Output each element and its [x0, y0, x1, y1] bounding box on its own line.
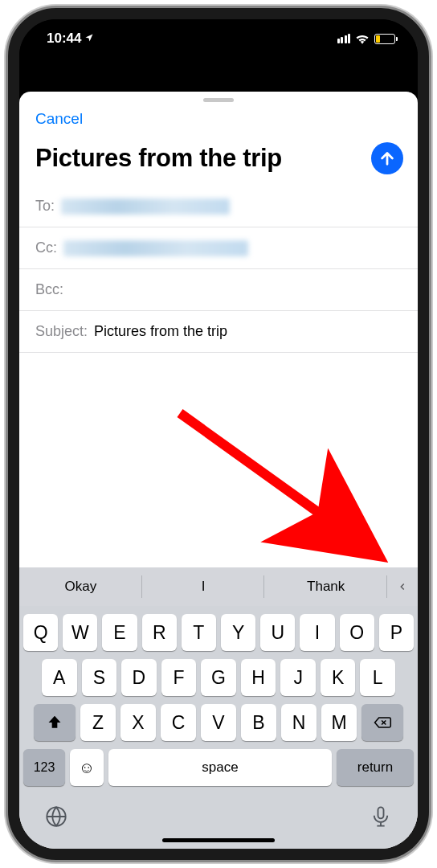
key-o[interactable]: O — [340, 614, 374, 651]
globe-icon — [45, 805, 67, 828]
key-t[interactable]: T — [182, 614, 216, 651]
compose-sheet: Cancel Pictures from the trip To: Cc: Bc… — [19, 92, 418, 849]
key-w[interactable]: W — [63, 614, 97, 651]
prediction-2[interactable]: I — [142, 567, 265, 606]
battery-icon — [374, 34, 395, 44]
cc-field[interactable]: Cc: — [19, 227, 418, 269]
key-e[interactable]: E — [102, 614, 137, 651]
cc-label: Cc: — [35, 240, 57, 256]
dictation-button[interactable] — [370, 805, 392, 830]
svg-rect-1 — [378, 807, 384, 818]
to-field[interactable]: To: — [19, 186, 418, 227]
home-indicator[interactable] — [162, 838, 275, 842]
key-h[interactable]: H — [241, 659, 276, 696]
emoji-icon: ☺ — [79, 759, 95, 776]
key-z[interactable]: Z — [80, 704, 116, 741]
key-g[interactable]: G — [201, 659, 236, 696]
key-b[interactable]: B — [241, 704, 276, 741]
nav-bar: Cancel — [19, 102, 418, 134]
prediction-3[interactable]: Thank — [264, 567, 387, 606]
key-f[interactable]: F — [161, 659, 197, 696]
globe-button[interactable] — [45, 805, 67, 830]
key-p[interactable]: P — [379, 614, 414, 651]
key-y[interactable]: Y — [221, 614, 255, 651]
keyboard-row-4: 123 ☺ space return — [19, 741, 418, 791]
keyboard-row-1: QWERTYUIOP — [19, 606, 418, 651]
cancel-button[interactable]: Cancel — [35, 110, 83, 128]
backspace-key[interactable] — [361, 704, 403, 741]
shift-icon — [47, 714, 63, 731]
key-u[interactable]: U — [260, 614, 295, 651]
subject-value: Pictures from the trip — [94, 323, 227, 340]
status-time: 10:44 — [47, 31, 81, 47]
prediction-1[interactable]: Okay — [19, 567, 142, 606]
predictive-bar: Okay I Thank — [19, 567, 418, 606]
arrow-up-icon — [378, 149, 396, 167]
body-input[interactable] — [19, 353, 418, 514]
keyboard-row-2: ASDFGHJKL — [19, 651, 418, 696]
keyboard-footer — [19, 791, 418, 833]
microphone-icon — [370, 805, 392, 828]
bcc-field[interactable]: Bcc: — [19, 269, 418, 311]
prediction-expand-button[interactable] — [387, 567, 418, 606]
key-c[interactable]: C — [161, 704, 196, 741]
cc-value-redacted — [63, 240, 248, 256]
signal-icon — [337, 34, 351, 43]
key-d[interactable]: D — [121, 659, 157, 696]
key-x[interactable]: X — [120, 704, 156, 741]
compose-header: Pictures from the trip — [19, 134, 418, 186]
numeric-key[interactable]: 123 — [23, 749, 65, 786]
to-label: To: — [35, 198, 55, 215]
key-q[interactable]: Q — [23, 614, 58, 651]
shift-key[interactable] — [34, 704, 76, 741]
location-icon — [84, 33, 94, 45]
key-l[interactable]: L — [360, 659, 395, 696]
key-n[interactable]: N — [281, 704, 317, 741]
emoji-key[interactable]: ☺ — [70, 749, 104, 786]
key-r[interactable]: R — [142, 614, 177, 651]
key-i[interactable]: I — [300, 614, 334, 651]
compose-title: Pictures from the trip — [35, 144, 282, 173]
return-key[interactable]: return — [337, 749, 414, 786]
to-value-redacted — [61, 199, 230, 215]
key-k[interactable]: K — [321, 659, 356, 696]
send-button[interactable] — [371, 142, 403, 174]
key-s[interactable]: S — [82, 659, 117, 696]
subject-field[interactable]: Subject: Pictures from the trip — [19, 311, 418, 353]
keyboard-row-3: ZXCVBNM — [19, 696, 418, 741]
chevron-left-icon — [397, 581, 408, 592]
key-m[interactable]: M — [321, 704, 357, 741]
key-j[interactable]: J — [280, 659, 316, 696]
wifi-icon — [355, 33, 370, 44]
key-v[interactable]: V — [201, 704, 236, 741]
backspace-icon — [373, 714, 392, 731]
subject-label: Subject: — [35, 323, 88, 340]
space-key[interactable]: space — [108, 749, 332, 786]
key-a[interactable]: A — [42, 659, 77, 696]
notch — [138, 19, 299, 42]
phone-frame: 10:44 Cancel Pictures from the trip To: — [8, 8, 429, 860]
keyboard: Okay I Thank QWERTYUIOP ASDFGHJKL ZXCVBN… — [19, 567, 418, 849]
bcc-label: Bcc: — [35, 281, 63, 298]
